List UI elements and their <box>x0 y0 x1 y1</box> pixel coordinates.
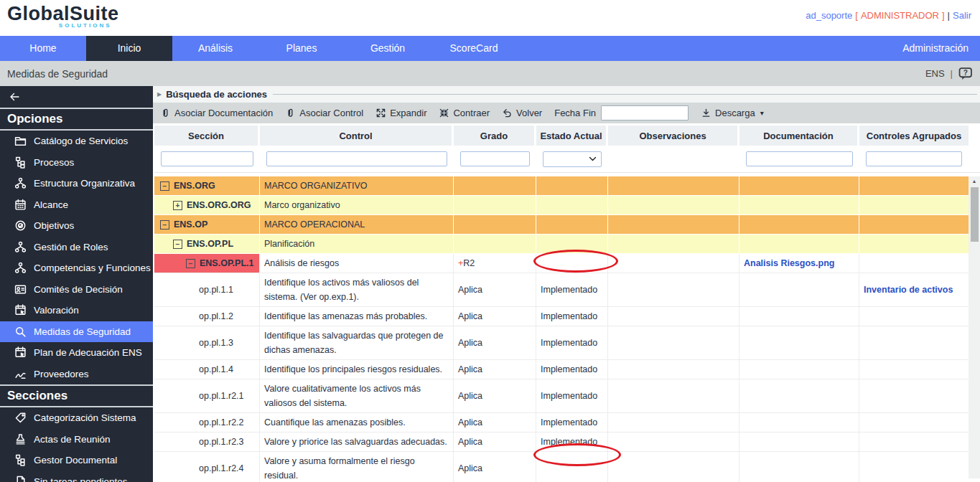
sidebar-item-gestion-de-roles[interactable]: Gestión de Roles <box>0 237 153 258</box>
fecha-fin-group: Fecha Fin <box>554 105 689 120</box>
table-row[interactable]: op.pl.1.4Identifique los principales rie… <box>154 360 969 379</box>
cell-controles-agrupados <box>859 360 969 379</box>
contraer-button[interactable]: Contraer <box>439 108 490 118</box>
grado-token: R2 <box>463 256 475 270</box>
sidebar-item-procesos[interactable]: Procesos <box>0 152 153 174</box>
sidebar-item-sin-tareas-pendientes[interactable]: Sin tareas pendientes <box>0 471 153 482</box>
sidebar-item-plan-de-adecuacion-ens[interactable]: Plan de Adecuación ENS <box>0 342 153 364</box>
control-filter-input[interactable] <box>266 151 447 166</box>
sidebar-item-medidas-de-seguridad[interactable]: Medidas de Seguridad <box>0 321 153 343</box>
sidebar-item-objetivos[interactable]: Objetivos <box>0 215 153 237</box>
cell-grado: Aplica <box>454 413 536 432</box>
nav-item-analisis[interactable]: Análisis <box>172 36 258 61</box>
scrollbar-thumb[interactable] <box>971 187 979 242</box>
column-header-controles-agrupados[interactable]: Controles Agrupados <box>859 126 969 146</box>
cell-control: Valore y asuma formalmente el riesgo res… <box>260 452 454 482</box>
sidebar-item-comites-de-decision[interactable]: Comités de Decisión <box>0 279 153 301</box>
sidebar-item-label: Valoración <box>34 305 79 316</box>
nav-item-inicio[interactable]: Inicio <box>86 36 172 61</box>
cell-observaciones <box>608 433 739 451</box>
column-header-estado-actual[interactable]: Estado Actual <box>536 126 608 146</box>
tree-collapse-toggle[interactable]: − <box>160 220 169 230</box>
descarga-dropdown[interactable]: Descarga▾ <box>701 108 764 118</box>
seccion-filter-input[interactable] <box>161 151 253 166</box>
sidebar-item-estructura-organizativa[interactable]: Estructura Organizativa <box>0 173 153 194</box>
busqueda-acciones-toggle[interactable]: Búsqueda de acciones <box>166 89 267 100</box>
cell-estado-actual: Implementado <box>536 360 608 379</box>
nav-item-gestion[interactable]: Gestión <box>345 36 431 61</box>
table-row[interactable]: op.pl.1.2Identifique las amenazas más pr… <box>154 307 969 326</box>
table-row[interactable]: op.pl.1.r2.1Valore cualitativamente los … <box>154 379 969 413</box>
nav-item-home[interactable]: Home <box>0 36 86 61</box>
fecha-fin-input[interactable] <box>601 105 689 120</box>
tree-collapse-toggle[interactable]: − <box>173 240 182 249</box>
seccion-label: op.pl.1.3 <box>199 336 233 350</box>
cell-controles-agrupados <box>859 254 969 273</box>
vertical-scrollbar[interactable]: ▲ <box>969 176 980 478</box>
column-header-documentacion[interactable]: Documentación <box>739 126 859 146</box>
collapse-arrow-icon[interactable]: ▶ <box>157 91 162 98</box>
tree-expand-toggle[interactable]: + <box>173 201 182 210</box>
documentacion-filter-input[interactable] <box>746 151 853 166</box>
cell-control: Valore cualitativamente los activos más … <box>260 379 454 412</box>
sidebar-item-alcance[interactable]: Alcance <box>0 194 153 216</box>
expandir-button[interactable]: Expandir <box>375 108 426 118</box>
documentacion-link[interactable]: Analisis Riesgos.png <box>744 256 834 270</box>
table-row[interactable]: op.pl.1.r2.3Valore y priorice las salvag… <box>154 433 969 452</box>
sidebar-item-categorizacion-sistema[interactable]: Categorización Sistema <box>0 407 153 429</box>
column-header-seccion[interactable]: Sección <box>154 126 260 146</box>
cell-estado-actual <box>536 176 608 195</box>
logo[interactable]: GlobalSuite SOLUTIONS <box>7 3 119 29</box>
scroll-up-icon[interactable]: ▲ <box>972 176 977 186</box>
table-row[interactable]: −ENS.OP.PL.1Análisis de riesgos+ R2Anali… <box>154 254 969 273</box>
column-header-control[interactable]: Control <box>260 126 454 146</box>
controles-agrupados-link[interactable]: Inventario de activos <box>864 283 953 297</box>
username-link[interactable]: ad_soporte <box>806 10 852 21</box>
sidebar-item-competencias-y-funciones[interactable]: Competencias y Funciones <box>0 257 153 279</box>
table-row[interactable]: +ENS.ORG.ORGMarco organizativo <box>154 196 969 215</box>
cell-grado: Aplica <box>454 326 536 359</box>
cell-estado-actual: Implementado <box>536 273 608 306</box>
table-row[interactable]: −ENS.OPMARCO OPERACIONAL <box>154 215 969 235</box>
estado-text: Implementado <box>541 415 597 430</box>
grado-token: Aplica <box>458 415 482 430</box>
cell-control: Planificación <box>260 235 454 253</box>
controls-table: SecciónControlGradoEstado ActualObservac… <box>153 126 980 478</box>
logout-link[interactable]: Salir <box>953 10 971 21</box>
sidebar-item-valoracion[interactable]: Valoración <box>0 300 153 321</box>
cell-documentacion <box>739 413 859 432</box>
estado-text: Implementado <box>541 362 597 377</box>
column-header-observaciones[interactable]: Observaciones <box>608 126 739 146</box>
table-row[interactable]: −ENS.ORGMARCO ORGANIZATIVO <box>154 176 969 196</box>
table-row[interactable]: op.pl.1.1Identifique los activos más val… <box>154 273 969 307</box>
sidebar-item-catalogo-de-servicios[interactable]: Catálogo de Servicios <box>0 131 153 152</box>
search-icon <box>14 326 27 338</box>
toolbar-button-label: Asociar Control <box>299 108 363 118</box>
table-row[interactable]: −ENS.OP.PLPlanificación <box>154 235 969 254</box>
table-row[interactable]: op.pl.1.r2.4Valore y asuma formalmente e… <box>154 452 969 482</box>
tree-collapse-toggle[interactable]: − <box>160 181 169 191</box>
help-bubble-icon[interactable]: ? <box>958 67 973 80</box>
sidebar-item-actas-de-reunion[interactable]: Actas de Reunión <box>0 429 153 450</box>
filter-cell-control <box>260 151 454 166</box>
toolbar-button-label: Asociar Documentación <box>174 108 273 118</box>
sidebar-item-gestor-documental[interactable]: Gestor Documental <box>0 450 153 471</box>
cell-control: Cuantifique las amenazas posibles. <box>260 413 454 432</box>
volver-button[interactable]: Volver <box>502 108 542 118</box>
nav-item-administracion[interactable]: Administración <box>891 36 980 61</box>
back-button[interactable] <box>0 86 153 109</box>
tree-collapse-toggle[interactable]: − <box>186 259 195 268</box>
nav-item-scorecard[interactable]: ScoreCard <box>431 36 517 61</box>
controles-agrupados-filter-input[interactable] <box>866 151 962 166</box>
sidebar-item-proveedores[interactable]: Proveedores <box>0 364 153 385</box>
table-row[interactable]: op.pl.1.r2.2Cuantifique las amenazas pos… <box>154 413 969 433</box>
column-header-grado[interactable]: Grado <box>454 126 536 146</box>
asociar-control-button[interactable]: Asociar Control <box>285 108 363 118</box>
nav-item-planes[interactable]: Planes <box>258 36 345 61</box>
grado-filter-input[interactable] <box>460 151 530 166</box>
estado-actual-filter-select[interactable] <box>543 151 602 167</box>
asociar-documentacion-button[interactable]: Asociar Documentación <box>160 108 273 118</box>
table-row[interactable]: op.pl.1.3Identifique las salvaguardas qu… <box>154 326 969 360</box>
filter-cell-seccion <box>154 151 260 166</box>
breadcrumb-bar: Medidas de Seguridad ENS | ? <box>0 61 980 86</box>
